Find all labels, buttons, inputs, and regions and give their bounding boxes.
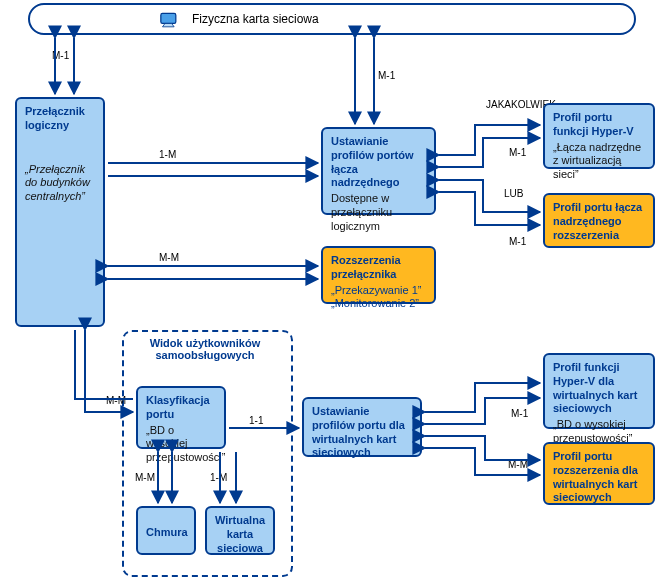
uplink-settings-title: Ustawianie profilów portów łącza nadrzęd… xyxy=(331,135,426,190)
switch-extensions-box: Rozszerzenia przełącznika „Przekazywanie… xyxy=(321,246,436,304)
switch-extensions-sub: „Przekazywanie 1” „Monitorowanie 2” xyxy=(331,284,426,312)
edge-label-1m-class-vnic: 1-M xyxy=(210,472,227,483)
logical-switch-box: Przełącznik logiczny „Przełącznik do bud… xyxy=(15,97,105,327)
edge-label-1m-ls-uplink: 1-M xyxy=(159,149,176,160)
edge-label-m1-a: M-1 xyxy=(52,50,69,61)
logical-switch-sub: „Przełącznik do budynków centralnych” xyxy=(25,163,95,204)
port-classification-box: Klasyfikacja portu „BD o wysokiej przepu… xyxy=(136,386,226,449)
port-classification-title: Klasyfikacja portu xyxy=(146,394,216,422)
cloud-box: Chmura xyxy=(136,506,196,555)
ext-uplink-profile-title: Profil portu łącza nadrzędnego rozszerze… xyxy=(553,201,645,242)
edge-label-m1-b: M-1 xyxy=(378,70,395,81)
edge-label-11-class-vset: 1-1 xyxy=(249,415,263,426)
hyperv-uplink-profile-sub: „Łącza nadrzędne z wirtualizacją sieci” xyxy=(553,141,645,182)
diagram-canvas: Fizyczna karta sieciowa M-1 M-1 Przełącz… xyxy=(0,0,665,582)
edge-label-jakakolwiek: JAKAKOLWIEK xyxy=(486,99,541,110)
ext-uplink-profile-box: Profil portu łącza nadrzędnego rozszerze… xyxy=(543,193,655,248)
vnic-settings-box: Ustawianie profilów portu dla wirtualnyc… xyxy=(302,397,422,457)
ext-vnic-profile-box: Profil portu rozszerzenia dla wirtualnyc… xyxy=(543,442,655,505)
edge-label-m1-ext-uplink: M-1 xyxy=(509,236,526,247)
uplink-settings-box: Ustawianie profilów portów łącza nadrzęd… xyxy=(321,127,436,215)
edge-label-mm-ls-class: M-M xyxy=(106,395,126,406)
nic-icon xyxy=(160,11,180,27)
edge-label-m1-hyperv-uplink: M-1 xyxy=(509,147,526,158)
hyperv-uplink-profile-title: Profil portu funkcji Hyper-V xyxy=(553,111,645,139)
switch-extensions-title: Rozszerzenia przełącznika xyxy=(331,254,426,282)
cloud-title: Chmura xyxy=(146,526,186,540)
hyperv-vnic-profile-title: Profil funkcji Hyper-V dla wirtualnych k… xyxy=(553,361,645,416)
vnic-settings-title: Ustawianie profilów portu dla wirtualnyc… xyxy=(312,405,412,460)
logical-switch-title: Przełącznik logiczny xyxy=(25,105,95,133)
vnic-title: Wirtualna karta sieciowa xyxy=(215,514,265,555)
selfservice-group-label: Widok użytkowników samoobsługowych xyxy=(140,337,270,361)
uplink-settings-sub: Dostępne w przełączniku logicznym xyxy=(331,192,426,233)
physical-nic-box: Fizyczna karta sieciowa xyxy=(28,3,636,35)
hyperv-uplink-profile-box: Profil portu funkcji Hyper-V „Łącza nadr… xyxy=(543,103,655,169)
ext-vnic-profile-title: Profil portu rozszerzenia dla wirtualnyc… xyxy=(553,450,645,505)
physical-nic-label: Fizyczna karta sieciowa xyxy=(192,12,319,26)
edge-label-mm-ls-ext: M-M xyxy=(159,252,179,263)
hyperv-vnic-profile-box: Profil funkcji Hyper-V dla wirtualnych k… xyxy=(543,353,655,429)
edge-label-m1-vhyperv: M-1 xyxy=(511,408,528,419)
svg-rect-0 xyxy=(161,13,176,23)
edge-label-mm-vext: M-M xyxy=(508,459,528,470)
edge-label-mm-class-cloud: M-M xyxy=(135,472,155,483)
vnic-box: Wirtualna karta sieciowa xyxy=(205,506,275,555)
edge-label-lub: LUB xyxy=(504,188,523,199)
port-classification-sub: „BD o wysokiej przepustowości” xyxy=(146,424,216,465)
